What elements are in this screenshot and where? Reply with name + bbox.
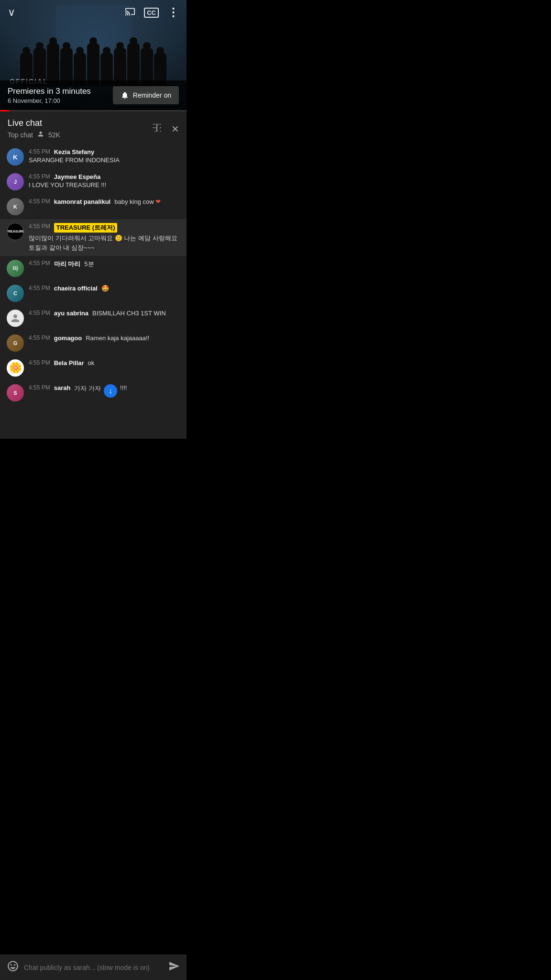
message-body: 4:55 PM TREASURE (트레저) 많이많이 기다려줘서 고마워요 🙂… — [29, 223, 180, 252]
message-inline: 4:55 PM chaeira official 🤩 — [29, 285, 180, 292]
message-text: 🤩 — [101, 285, 109, 292]
message-body: 4:55 PM Bela Pillar ok — [29, 359, 180, 367]
message-time: 4:55 PM — [29, 310, 50, 316]
avatar: K — [7, 148, 24, 166]
person-silhouette — [127, 43, 140, 86]
chat-message: J 4:55 PM Jaymee Espeña I LOVE YOU TREAS… — [0, 169, 187, 194]
avatar-treasure: TREASURE — [7, 223, 24, 240]
more-options-icon[interactable]: ⋮ — [167, 6, 179, 19]
live-chat-panel: Live chat Top chat 52K × — [0, 111, 187, 439]
premiere-text: Premieres in 3 minutes 6 November, 17:00 — [8, 87, 91, 104]
progress-fill — [0, 110, 10, 111]
message-inline: 4:55 PM Kezia Stefany SARANGHE FROM INDO… — [29, 148, 180, 164]
chat-header-right: × — [152, 122, 179, 136]
message-time: 4:55 PM — [29, 173, 50, 180]
avatar: K — [7, 198, 24, 215]
message-author: ayu sabrina — [54, 310, 88, 317]
message-inline: 4:55 PM ayu sabrina BISMILLAH CH3 1ST WI… — [29, 310, 180, 317]
avatar: 마 — [7, 260, 24, 277]
message-body: 4:55 PM gomagoo Ramen kaja kajaaaaa!! — [29, 334, 180, 342]
video-progress-bar[interactable] — [0, 110, 187, 111]
message-time: 4:55 PM — [29, 223, 50, 230]
chat-message: C 4:55 PM chaeira official 🤩 — [0, 281, 187, 306]
collapse-icon[interactable]: ∨ — [8, 6, 15, 19]
live-chat-title: Live chat — [8, 118, 60, 128]
chat-header: Live chat Top chat 52K × — [0, 111, 187, 145]
message-body: 4:55 PM 마리 마리 5분 — [29, 260, 180, 268]
message-text: Ramen kaja kajaaaaa!! — [86, 334, 149, 342]
message-time: 4:55 PM — [29, 198, 50, 205]
message-time: 4:55 PM — [29, 260, 50, 267]
chat-close-icon[interactable]: × — [172, 122, 179, 136]
inline-scroll-btn[interactable]: ↓ — [104, 384, 117, 398]
viewer-icon — [37, 130, 44, 140]
message-text: SARANGHE FROM INDONESIA — [29, 156, 120, 164]
chat-message: G 4:55 PM gomagoo Ramen kaja kajaaaaa!! — [0, 331, 187, 356]
message-text: 5분 — [84, 260, 94, 268]
message-body: 4:55 PM sarah 가자 가자 ↓ !!!! — [29, 384, 180, 398]
chat-message: S 4:55 PM sarah 가자 가자 ↓ !!!! — [0, 380, 187, 405]
chat-message: 4:55 PM ayu sabrina BISMILLAH CH3 1ST WI… — [0, 306, 187, 331]
message-inline: 4:55 PM Jaymee Espeña I LOVE YOU TREASUR… — [29, 173, 180, 189]
chat-message: K 4:55 PM kamonrat panalikul baby king c… — [0, 194, 187, 219]
top-right-controls: CC ⋮ — [125, 6, 179, 19]
avatar: G — [7, 334, 24, 352]
message-body: 4:55 PM Jaymee Espeña I LOVE YOU TREASUR… — [29, 173, 180, 189]
message-inline: 4:55 PM sarah 가자 가자 ↓ !!!! — [29, 384, 180, 398]
message-text: 가자 가자 — [74, 384, 101, 393]
viewer-count: 52K — [48, 131, 60, 139]
message-author-official: TREASURE (트레저) — [54, 223, 118, 233]
message-author: gomagoo — [54, 334, 82, 342]
reminder-button[interactable]: Reminder on — [113, 86, 179, 104]
chat-message-official: TREASURE 4:55 PM TREASURE (트레저) 많이많이 기다려… — [0, 219, 187, 256]
message-author: 마리 마리 — [54, 260, 81, 268]
message-inline: 4:55 PM Bela Pillar ok — [29, 359, 180, 367]
message-author: kamonrat panalikul — [54, 198, 110, 205]
chat-messages-list: K 4:55 PM Kezia Stefany SARANGHE FROM IN… — [0, 145, 187, 410]
person-silhouette — [47, 43, 59, 86]
avatar: S — [7, 384, 24, 401]
person-silhouette — [87, 43, 99, 86]
message-author: Kezia Stefany — [54, 148, 95, 156]
person-icon — [37, 130, 44, 138]
input-spacer — [0, 410, 187, 439]
message-time: 4:55 PM — [29, 384, 50, 391]
chat-message: K 4:55 PM Kezia Stefany SARANGHE FROM IN… — [0, 145, 187, 169]
avatar: 🌼 — [7, 359, 24, 377]
message-text: baby king cow ❤ — [114, 198, 161, 205]
message-time: 4:55 PM — [29, 285, 50, 291]
premiere-date: 6 November, 17:00 — [8, 97, 91, 104]
chat-sub-info: Top chat 52K — [8, 130, 60, 140]
message-inline: 4:55 PM gomagoo Ramen kaja kajaaaaa!! — [29, 334, 180, 342]
top-chat-label[interactable]: Top chat — [8, 131, 33, 139]
chat-message: 🌼 4:55 PM Bela Pillar ok — [0, 356, 187, 380]
message-author: chaeira official — [54, 285, 98, 292]
message-body: 4:55 PM Kezia Stefany SARANGHE FROM INDO… — [29, 148, 180, 164]
chat-message: 마 4:55 PM 마리 마리 5분 — [0, 256, 187, 281]
message-time: 4:55 PM — [29, 359, 50, 366]
avatar: J — [7, 173, 24, 190]
avatar — [7, 310, 24, 327]
avatar: C — [7, 285, 24, 302]
premiere-overlay: Premieres in 3 minutes 6 November, 17:00… — [0, 80, 187, 110]
message-time: 4:55 PM — [29, 148, 50, 155]
filter-icon-svg — [152, 122, 162, 133]
avatar-icon — [10, 312, 21, 324]
message-text: ok — [88, 359, 95, 367]
message-author: sarah — [54, 384, 71, 391]
bell-icon — [121, 91, 129, 100]
premiere-countdown: Premieres in 3 minutes — [8, 87, 91, 96]
message-inline: 4:55 PM 마리 마리 5분 — [29, 260, 180, 268]
message-body: 4:55 PM kamonrat panalikul baby king cow… — [29, 198, 180, 205]
chat-filter-icon[interactable] — [152, 122, 162, 135]
video-top-controls: ∨ CC ⋮ — [0, 6, 187, 19]
message-author: Bela Pillar — [54, 359, 84, 367]
reminder-label: Reminder on — [133, 91, 171, 99]
cc-icon[interactable]: CC — [144, 8, 159, 18]
message-time: 4:55 PM — [29, 334, 50, 341]
cast-icon[interactable] — [125, 6, 135, 19]
message-text-multiline: 많이많이 기다려줘서 고마워요 🙂 나는 예담 사랑해요 토질과 같아 내 심장… — [29, 234, 180, 252]
message-text: BISMILLAH CH3 1ST WIN — [92, 310, 166, 317]
message-inline: 4:55 PM TREASURE (트레저) — [29, 223, 180, 233]
message-inline: 4:55 PM kamonrat panalikul baby king cow… — [29, 198, 180, 205]
